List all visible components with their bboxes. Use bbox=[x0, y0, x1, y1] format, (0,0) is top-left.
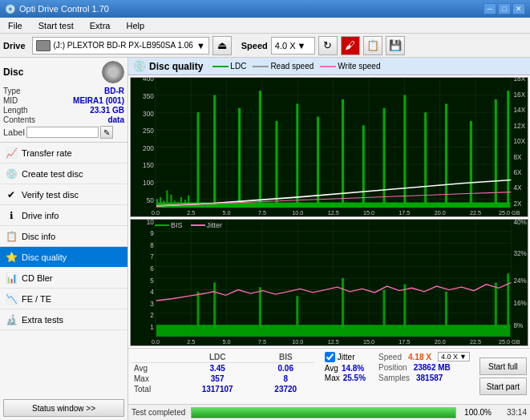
status-window-button[interactable]: Status window >> bbox=[3, 399, 124, 417]
disc-info-icon: 📋 bbox=[5, 230, 18, 243]
progress-bar-container: Test completed 100.0% 33:14 bbox=[128, 404, 530, 420]
svg-rect-102 bbox=[495, 282, 497, 336]
sidebar-item-create-test-disc[interactable]: 💿 Create test disc bbox=[0, 164, 127, 184]
svg-text:3: 3 bbox=[150, 299, 154, 307]
refresh-button[interactable]: ↻ bbox=[318, 36, 338, 55]
app-icon: 💿 bbox=[5, 4, 16, 14]
settings-button1[interactable]: 🖌 bbox=[341, 36, 360, 55]
stats-row: LDC BIS Avg 3.45 0.06 Max 357 bbox=[128, 348, 530, 404]
disc-label-input[interactable] bbox=[26, 127, 99, 138]
sidebar-item-extra-tests[interactable]: 🔬 Extra tests bbox=[0, 309, 127, 330]
svg-rect-97 bbox=[296, 296, 298, 337]
menu-starttest[interactable]: Start test bbox=[34, 19, 79, 32]
svg-rect-28 bbox=[197, 112, 200, 208]
status-text: Test completed bbox=[131, 408, 188, 417]
save-button[interactable]: 💾 bbox=[386, 36, 405, 55]
progress-time: 33:14 bbox=[495, 408, 527, 417]
svg-text:25.0 GB: 25.0 GB bbox=[499, 337, 520, 345]
menu-help[interactable]: Help bbox=[121, 19, 149, 32]
svg-text:5: 5 bbox=[150, 276, 154, 284]
svg-rect-40 bbox=[445, 103, 447, 208]
jitter-max-row: Max 25.5% bbox=[325, 374, 366, 382]
disc-mid-label: MID bbox=[3, 96, 18, 105]
drive-value: (J:) PLEXTOR BD-R PX-LB950SA 1.06 bbox=[54, 41, 193, 50]
sidebar-item-cd-bler[interactable]: 📊 CD Bler bbox=[0, 268, 127, 289]
jitter-checkbox-row: Jitter bbox=[325, 352, 366, 362]
samples-row: Samples 381587 bbox=[378, 374, 470, 382]
quality-icon: 💿 bbox=[133, 60, 146, 72]
svg-rect-38 bbox=[403, 95, 406, 208]
charts-container: 400 350 300 250 200 150 100 50 18X 16X 1… bbox=[128, 75, 530, 348]
sidebar-item-verify-test-disc[interactable]: ✔ Verify test disc bbox=[0, 184, 127, 205]
writespeed-color bbox=[320, 66, 336, 67]
transfer-rate-icon: 📈 bbox=[5, 147, 18, 160]
settings-button2[interactable]: 📋 bbox=[363, 36, 382, 55]
svg-text:25.0 GB: 25.0 GB bbox=[499, 209, 520, 216]
sidebar-item-transfer-rate[interactable]: 📈 Transfer rate bbox=[0, 143, 127, 164]
sidebar-item-label: Extra tests bbox=[22, 315, 63, 325]
jitter-label-text: Jitter bbox=[338, 353, 355, 361]
svg-text:350: 350 bbox=[143, 92, 154, 100]
svg-text:8: 8 bbox=[150, 240, 154, 248]
col-ldc: LDC bbox=[179, 352, 257, 363]
fe-te-icon: 📉 bbox=[5, 293, 18, 305]
drive-label: Drive bbox=[3, 41, 26, 50]
jitter-section: Jitter Avg 14.8% Max 25.5% bbox=[318, 349, 372, 404]
eject-button[interactable]: ⏏ bbox=[212, 36, 232, 55]
menu-extra[interactable]: Extra bbox=[85, 19, 115, 32]
quality-header: 💿 Disc quality LDC Read speed Write spee… bbox=[128, 58, 530, 75]
samples-value: 381587 bbox=[416, 374, 443, 382]
disc-mid-value: MEIRA1 (001) bbox=[73, 96, 124, 105]
svg-rect-95 bbox=[213, 282, 216, 336]
svg-text:32%: 32% bbox=[513, 248, 527, 256]
svg-text:150: 150 bbox=[143, 161, 154, 169]
svg-rect-43 bbox=[507, 91, 509, 208]
svg-text:12.5: 12.5 bbox=[328, 337, 339, 345]
speed-selector[interactable]: 4.0 X ▼ bbox=[271, 37, 315, 55]
maximize-button[interactable]: □ bbox=[498, 3, 511, 14]
svg-text:250: 250 bbox=[143, 127, 154, 135]
drive-selector[interactable]: (J:) PLEXTOR BD-R PX-LB950SA 1.06 ▼ bbox=[32, 37, 209, 55]
svg-text:7.5: 7.5 bbox=[258, 209, 266, 216]
sidebar-item-disc-quality[interactable]: ⭐ Disc quality bbox=[0, 247, 127, 268]
speed-select-value: 4.0 X bbox=[441, 353, 458, 361]
chevron-icon2: ▼ bbox=[297, 41, 305, 50]
svg-text:10X: 10X bbox=[513, 137, 525, 145]
jitter-avg-row: Avg 14.8% bbox=[325, 364, 366, 373]
total-label: Total bbox=[131, 384, 179, 394]
writespeed-label: Write speed bbox=[338, 62, 380, 71]
svg-rect-94 bbox=[197, 292, 200, 337]
svg-text:18X: 18X bbox=[513, 78, 525, 83]
speed-select[interactable]: 4.0 X ▼ bbox=[438, 352, 470, 361]
svg-text:2.5: 2.5 bbox=[187, 209, 195, 216]
speed-chevron-icon: ▼ bbox=[459, 353, 467, 361]
sidebar-item-disc-info[interactable]: 📋 Disc info bbox=[0, 226, 127, 247]
progress-percentage: 100.0% bbox=[459, 408, 492, 417]
sidebar-item-fe-te[interactable]: 📉 FE / TE bbox=[0, 289, 127, 309]
start-part-button[interactable]: Start part bbox=[479, 378, 527, 395]
svg-text:2: 2 bbox=[150, 311, 154, 319]
menu-file[interactable]: File bbox=[3, 19, 27, 32]
start-full-button[interactable]: Start full bbox=[479, 357, 527, 375]
svg-text:0.0: 0.0 bbox=[152, 337, 160, 345]
svg-text:10.0: 10.0 bbox=[292, 209, 303, 216]
svg-text:17.5: 17.5 bbox=[399, 337, 410, 345]
sidebar-item-drive-info[interactable]: ℹ Drive info bbox=[0, 205, 127, 226]
jitter-checkbox[interactable] bbox=[325, 352, 335, 362]
progress-bar-fill bbox=[192, 408, 455, 418]
close-button[interactable]: ✕ bbox=[512, 3, 525, 14]
disc-label-label: Label bbox=[3, 127, 25, 137]
chart2-svg: 10 9 8 7 6 5 4 3 2 1 40% 32% bbox=[131, 220, 528, 345]
legend-readspeed: Read speed bbox=[253, 62, 314, 71]
cd-bler-icon: 📊 bbox=[5, 272, 18, 285]
chart-ldc: 400 350 300 250 200 150 100 50 18X 16X 1… bbox=[130, 77, 528, 217]
jitter-legend: Jitter bbox=[191, 221, 223, 229]
create-test-disc-icon: 💿 bbox=[5, 168, 18, 180]
progress-bar bbox=[191, 407, 456, 418]
jitter-max-label: Max bbox=[325, 374, 340, 382]
disc-length-value: 23.31 GB bbox=[90, 106, 124, 115]
disc-label-edit-button[interactable]: ✎ bbox=[100, 126, 113, 139]
disc-contents-row: Contents data bbox=[3, 115, 124, 124]
svg-text:5.0: 5.0 bbox=[223, 337, 231, 345]
minimize-button[interactable]: ─ bbox=[483, 3, 496, 14]
